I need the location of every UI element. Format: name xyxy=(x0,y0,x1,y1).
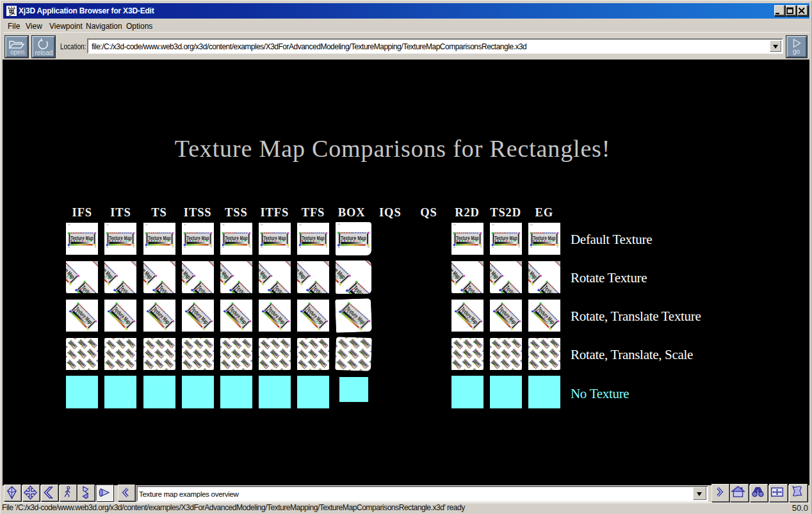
svg-text:reload: reload xyxy=(35,49,53,56)
svg-text:go: go xyxy=(793,48,800,55)
svg-text:open: open xyxy=(10,49,24,56)
